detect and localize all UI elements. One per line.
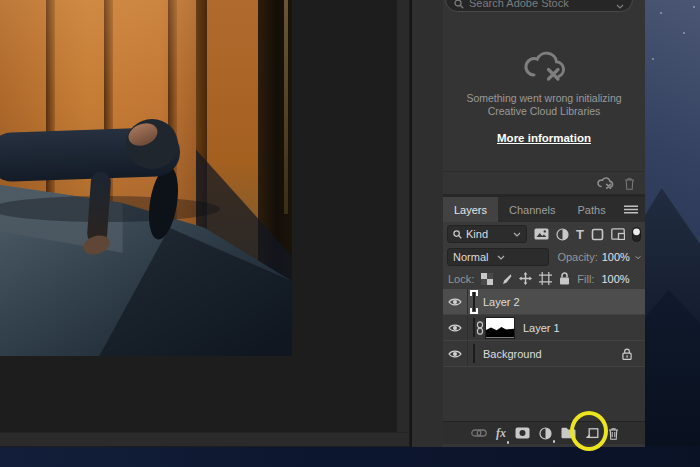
libraries-panel: Search Adobe Stock Something went wrong … (443, 0, 645, 197)
fx-label: fx (496, 426, 506, 441)
chevron-down-icon (497, 255, 505, 260)
tab-label: Layers (454, 204, 487, 216)
layers-bottom-toolbar: fx (443, 421, 645, 444)
trash-icon[interactable] (624, 177, 635, 190)
wallpaper-star (660, 12, 662, 14)
visibility-eye-icon[interactable] (443, 315, 468, 340)
lock-artboard-icon[interactable] (539, 272, 552, 285)
layer-row-background[interactable]: Background (443, 341, 645, 367)
lock-image-pixels-icon[interactable] (500, 273, 512, 285)
search-placeholder: Search Adobe Stock (469, 0, 569, 9)
tab-channels[interactable]: Channels (498, 197, 566, 222)
lock-transparent-pixels-icon[interactable] (481, 273, 493, 285)
libraries-footer-bar (443, 171, 645, 194)
filter-smart-objects-icon[interactable] (611, 228, 625, 240)
chevron-down-icon[interactable] (616, 4, 624, 9)
layer-name[interactable]: Layer 2 (483, 296, 520, 308)
layers-list: Layer 2 (443, 289, 645, 367)
canvas-area[interactable] (0, 0, 411, 447)
document-photo[interactable] (0, 0, 292, 356)
photo-door-frame (284, 0, 288, 214)
canvas-status-bar (0, 432, 409, 446)
layers-empty-area (443, 367, 645, 421)
highlight-circle (570, 411, 608, 451)
opacity-label: Opacity: (557, 251, 597, 263)
delete-layer-button[interactable] (608, 427, 619, 440)
blend-mode-select[interactable]: Normal (447, 248, 549, 266)
layer-thumbnail[interactable] (473, 319, 475, 337)
error-text-line1: Something went wrong initializing (443, 92, 645, 105)
creative-cloud-error-icon (521, 48, 567, 84)
image-thumbnail (473, 344, 475, 363)
image-thumbnail (473, 318, 475, 337)
visibility-eye-icon[interactable] (443, 341, 468, 366)
search-icon (453, 230, 462, 239)
filter-adjustment-layers-icon[interactable] (556, 228, 569, 241)
filter-shape-layers-icon[interactable] (591, 228, 604, 241)
link-layers-button[interactable] (471, 429, 487, 437)
tab-layers[interactable]: Layers (443, 197, 498, 222)
libraries-error-message: Something went wrong initializing Creati… (443, 24, 645, 146)
layer-name[interactable]: Background (483, 348, 542, 360)
layer-name[interactable]: Layer 1 (523, 322, 560, 334)
filter-on-off-toggle[interactable] (632, 227, 641, 242)
lock-all-icon[interactable] (559, 272, 570, 285)
lock-position-icon[interactable] (519, 272, 532, 285)
canvas-vertical-scrollbar[interactable] (397, 0, 409, 432)
chevron-down-icon[interactable] (635, 255, 641, 260)
filter-kind-select[interactable]: Kind (447, 225, 527, 243)
menu-dot (507, 441, 510, 444)
visibility-eye-icon[interactable] (443, 289, 468, 314)
error-text-line2: Creative Cloud Libraries (443, 105, 645, 118)
new-adjustment-layer-button[interactable] (539, 427, 552, 440)
photoshop-window: Search Adobe Stock Something went wrong … (0, 0, 645, 447)
panel-menu-icon[interactable] (624, 197, 638, 222)
cc-sync-error-icon[interactable] (596, 176, 614, 190)
tab-paths[interactable]: Paths (567, 197, 617, 222)
stock-search-input[interactable]: Search Adobe Stock (445, 0, 633, 12)
blend-mode-value: Normal (453, 251, 488, 263)
more-information-link[interactable]: More information (497, 132, 591, 144)
opacity-value[interactable]: 100% (602, 251, 630, 263)
selection-corner (472, 308, 478, 314)
layers-tab-bar: Layers Channels Paths (443, 197, 645, 222)
selection-corner (472, 290, 478, 296)
layer-row-layer1[interactable]: Layer 1 (443, 315, 645, 341)
tab-label: Channels (509, 204, 555, 216)
layer-filter-row: Kind T (443, 222, 645, 246)
lock-label: Lock: (448, 273, 474, 285)
photo-person-shadow (0, 196, 220, 222)
add-layer-mask-button[interactable] (515, 427, 530, 439)
layer-mask-thumbnail[interactable] (485, 317, 515, 339)
panel-column: Search Adobe Stock Something went wrong … (443, 0, 645, 447)
tab-label: Paths (578, 204, 606, 216)
background-lock-icon[interactable] (622, 348, 632, 360)
screen: Search Adobe Stock Something went wrong … (0, 0, 700, 467)
layer-thumbnail[interactable] (473, 345, 475, 363)
fill-label: Fill: (577, 273, 594, 285)
search-icon (454, 0, 464, 9)
panel-dock-gutter (412, 0, 443, 447)
blend-row: Normal Opacity: 100% (443, 246, 645, 268)
filter-type-layers-icon[interactable]: T (576, 228, 584, 241)
lock-row: Lock: Fill: (443, 268, 645, 289)
fill-value[interactable]: 100% (601, 273, 629, 285)
mask-link-icon[interactable] (476, 321, 484, 335)
wallpaper-star (693, 6, 695, 8)
layer-row-layer2[interactable]: Layer 2 (443, 289, 645, 315)
menu-dot (553, 440, 556, 443)
layers-panel: Layers Channels Paths (443, 197, 645, 444)
layer-thumbnail[interactable] (473, 293, 475, 311)
kind-label: Kind (466, 228, 488, 240)
filter-pixel-layers-icon[interactable] (534, 228, 549, 240)
chevron-down-icon (513, 232, 521, 237)
layer-style-button[interactable]: fx (496, 426, 506, 441)
wallpaper-star (652, 58, 654, 60)
mask-silhouette (486, 318, 514, 338)
wallpaper-star (683, 32, 685, 34)
